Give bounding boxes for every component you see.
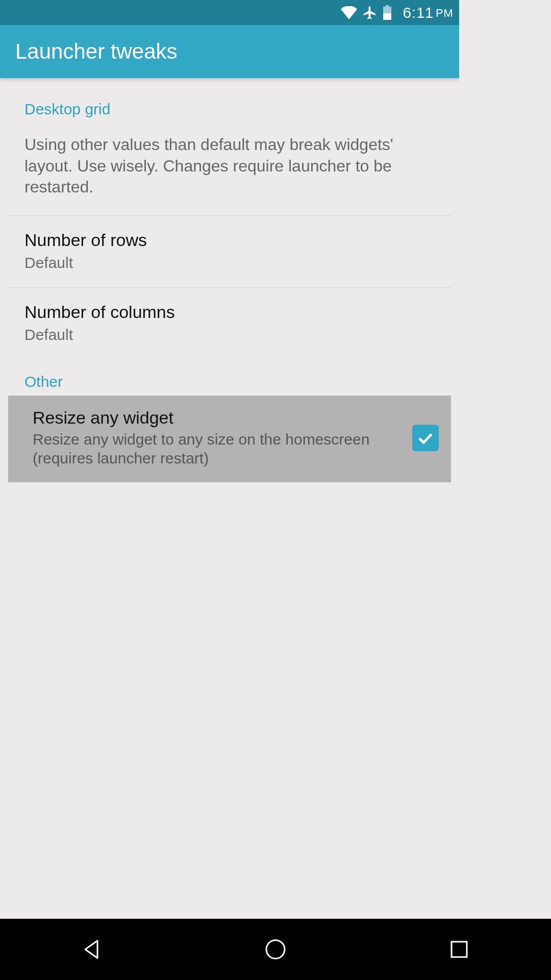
resize-text: Resize any widget Resize any widget to a… (33, 408, 402, 468)
svg-rect-2 (383, 13, 391, 20)
status-bar: 6:11PM (0, 0, 459, 25)
setting-columns-title: Number of columns (24, 302, 435, 322)
status-time-value: 6:11 (403, 4, 434, 21)
svg-rect-0 (386, 5, 389, 7)
resize-checkbox[interactable] (412, 425, 439, 451)
status-time: 6:11PM (403, 4, 453, 21)
setting-resize-any-widget[interactable]: Resize any widget Resize any widget to a… (8, 396, 451, 482)
desktop-grid-description: Using other values than default may brea… (0, 123, 459, 215)
setting-columns[interactable]: Number of columns Default (0, 288, 459, 360)
resize-description: Resize any widget to any size on the hom… (33, 430, 402, 468)
setting-rows[interactable]: Number of rows Default (0, 216, 459, 288)
setting-rows-value: Default (24, 253, 435, 273)
page-title: Launcher tweaks (15, 39, 178, 64)
app-bar: Launcher tweaks (0, 25, 459, 78)
section-header-desktop-grid: Desktop grid (0, 90, 459, 123)
status-time-ampm: PM (436, 7, 453, 19)
wifi-icon (341, 6, 357, 19)
battery-icon (383, 5, 392, 20)
status-icons: 6:11PM (341, 4, 453, 21)
setting-rows-title: Number of rows (24, 230, 435, 250)
check-icon (416, 429, 435, 447)
section-header-other: Other (0, 360, 459, 393)
settings-content: Desktop grid Using other values than def… (0, 78, 459, 482)
resize-title: Resize any widget (33, 408, 402, 428)
setting-columns-value: Default (24, 325, 435, 345)
airplane-icon (362, 5, 378, 20)
